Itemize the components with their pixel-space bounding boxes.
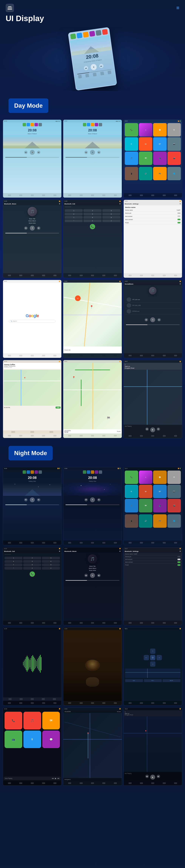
cp-play[interactable]: ▶ <box>55 777 56 779</box>
play-music[interactable]: ⏸ <box>30 226 35 230</box>
dial-3[interactable]: 3 <box>102 209 120 212</box>
night-dial-hash[interactable]: # <box>42 567 60 569</box>
cp-app-green[interactable]: 📺 <box>4 731 22 748</box>
night-app-nav[interactable]: 🧭 <box>153 471 166 484</box>
night-app-purple[interactable]: 📺 <box>153 499 166 512</box>
next-night-2[interactable]: ⏭ <box>97 498 101 501</box>
night-app-telegram[interactable]: ✈ <box>125 485 138 498</box>
night-call-btn[interactable]: 📞 <box>30 571 35 577</box>
nav-prev[interactable]: ⏮ <box>146 427 149 431</box>
night-dial-0[interactable]: 0 <box>23 567 41 569</box>
app-purple[interactable]: 📺 <box>153 152 166 165</box>
nav-play[interactable]: ▶ <box>150 427 155 432</box>
night-auto-connect-toggle[interactable] <box>178 561 181 563</box>
night-nav-next[interactable]: ⏭ <box>157 775 160 778</box>
night-dial-9[interactable]: 9 <box>42 563 60 566</box>
night-app-bt[interactable]: BT <box>153 485 166 498</box>
night-nav-play[interactable]: ▶ <box>150 775 155 780</box>
night-dial-4[interactable]: 4 <box>4 560 23 563</box>
carplay-icon-2[interactable] <box>30 431 34 433</box>
app-camera[interactable]: 📷 <box>167 137 181 151</box>
social-item-1[interactable]: 华平_好好.mp3 <box>125 297 181 303</box>
menu-button[interactable] <box>6 4 14 12</box>
next-social[interactable]: ⏭ <box>157 318 161 321</box>
app-brown[interactable]: 📱 <box>125 167 138 180</box>
social-item-3[interactable]: 华平好好.mp3 <box>125 308 181 314</box>
nav-down[interactable]: ↓ <box>150 661 155 666</box>
dial-9[interactable]: 9 <box>102 216 120 219</box>
dial-8[interactable]: 8 <box>83 216 101 219</box>
cp-app-maps[interactable]: 🗺 <box>42 712 60 730</box>
call-btn[interactable]: 📞 <box>90 224 95 229</box>
night-app-teal[interactable]: 🔊 <box>139 514 152 528</box>
go-button[interactable]: GO <box>55 406 60 408</box>
dial-hash[interactable]: # <box>102 219 120 222</box>
search-box[interactable]: 🔍 Search <box>9 320 55 323</box>
ctrl-btn-3[interactable]: MUTE <box>162 679 181 682</box>
next-ctrl[interactable]: ⏭ <box>37 151 41 154</box>
play-ctrl[interactable]: ⏸ <box>90 150 95 155</box>
night-app-blue[interactable]: 🎵 <box>125 499 138 512</box>
play-night-2[interactable]: ⏸ <box>90 497 95 502</box>
night-dial-1[interactable]: 1 <box>4 557 23 559</box>
app-music[interactable]: ♫ <box>139 123 152 136</box>
night-app-waze[interactable]: W <box>139 485 152 498</box>
prev-ctrl[interactable]: ⏮ <box>84 151 88 154</box>
night-power-toggle[interactable] <box>178 564 181 566</box>
app-waze[interactable]: W <box>139 137 152 151</box>
cp-next[interactable]: ⏭ <box>58 777 59 779</box>
wave-ctrl-4[interactable] <box>42 698 45 700</box>
dial-5[interactable]: 5 <box>83 213 101 215</box>
auto-connect-toggle[interactable] <box>178 219 181 220</box>
app-nav[interactable]: 🧭 <box>153 123 166 136</box>
nav-center[interactable]: ⊙ <box>150 655 155 660</box>
dial-4[interactable]: 4 <box>65 213 83 215</box>
night-app-red[interactable]: 🎬 <box>167 499 181 512</box>
night-next-music[interactable]: ⏭ <box>97 574 101 577</box>
nav-left[interactable]: ← <box>144 655 149 660</box>
cp-app-msg[interactable]: 💬 <box>42 731 60 748</box>
night-app-phone[interactable]: 📞 <box>125 471 138 484</box>
app-phone[interactable]: 📞 <box>125 123 138 136</box>
nav-menu-icon[interactable]: ≡ <box>176 5 179 11</box>
nav-next[interactable]: ⏭ <box>157 427 160 431</box>
cp-prev[interactable]: ⏮ <box>52 777 54 779</box>
ctrl-btn-2[interactable]: VOL+ <box>144 679 162 682</box>
next-btn[interactable]: ⏭ <box>99 64 104 68</box>
prev-social[interactable]: ⏮ <box>144 318 148 321</box>
prev-btn[interactable]: ⏮ <box>84 66 88 70</box>
next-night-1[interactable]: ⏭ <box>37 498 41 501</box>
ctrl-btn-1[interactable]: VOL- <box>125 679 143 682</box>
auto-answer-toggle[interactable] <box>178 216 181 217</box>
night-app-camera[interactable]: 📷 <box>167 485 181 498</box>
night-play-music[interactable]: ⏸ <box>90 573 95 578</box>
night-dial-2[interactable]: 2 <box>23 557 41 559</box>
nav-up[interactable]: ↑ <box>150 649 155 654</box>
night-dial-8[interactable]: 8 <box>23 563 41 566</box>
social-item-2[interactable]: 华平_好好_扩展2 <box>125 303 181 308</box>
cp-app-phone[interactable]: 📞 <box>4 712 22 730</box>
app-gray[interactable]: 🌐 <box>167 167 181 180</box>
night-prev-music[interactable]: ⏮ <box>84 574 88 577</box>
night-app-green[interactable]: 🗺 <box>139 499 152 512</box>
dial-0[interactable]: 0 <box>83 219 101 222</box>
next-music[interactable]: ⏭ <box>37 226 41 230</box>
prev-ctrl[interactable]: ⏮ <box>24 151 28 154</box>
night-dial-7[interactable]: 7 <box>4 563 23 566</box>
prev-night-2[interactable]: ⏮ <box>84 498 88 501</box>
next-ctrl[interactable]: ⏭ <box>97 151 101 154</box>
play-btn[interactable]: ⏸ <box>90 64 97 70</box>
wave-ctrl-3[interactable] <box>31 698 34 700</box>
night-dial-star[interactable]: * <box>4 567 23 569</box>
night-nav-prev[interactable]: ⏮ <box>146 775 149 778</box>
night-app-brown[interactable]: 📱 <box>125 514 138 528</box>
power-toggle[interactable] <box>178 222 181 223</box>
dial-1[interactable]: 1 <box>65 209 83 212</box>
cp-app-music[interactable]: 🎵 <box>23 712 41 730</box>
night-app-gray2[interactable]: 🌐 <box>167 514 181 528</box>
dial-7[interactable]: 7 <box>65 216 83 219</box>
play-ctrl[interactable]: ⏸ <box>30 150 35 155</box>
play-night-1[interactable]: ⏸ <box>30 497 35 502</box>
night-auto-answer-toggle[interactable] <box>178 559 181 560</box>
wave-ctrl-1[interactable] <box>8 698 11 700</box>
